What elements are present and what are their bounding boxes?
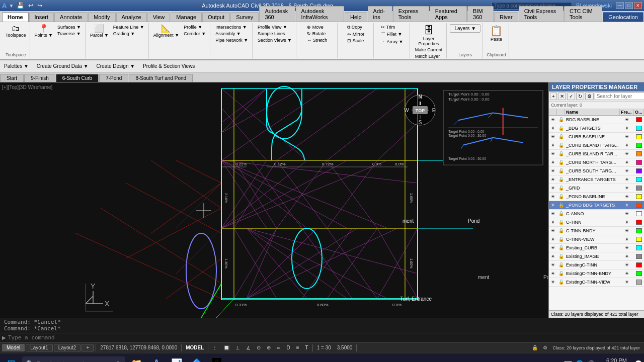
grading-btn[interactable]: Grading ▼: [111, 31, 146, 37]
model-indicator[interactable]: MODEL: [184, 344, 206, 351]
layer-color-cell[interactable]: [634, 168, 644, 174]
taskbar-explorer-btn[interactable]: 📁: [127, 354, 145, 363]
layer-freeze[interactable]: ☀: [620, 219, 634, 225]
layer-properties-btn[interactable]: 🗄 Layer Properties: [417, 24, 441, 47]
layer-lock-icon[interactable]: 🔓: [557, 125, 565, 131]
tab-autodesk360[interactable]: Autodesk 360: [259, 6, 295, 22]
layer-row[interactable]: ☀ 🔓 _ENTRANCE TARGETS ☀: [549, 175, 644, 184]
tray-sound-icon[interactable]: 🔊: [587, 360, 594, 362]
layer-lock-icon[interactable]: 🔓: [557, 279, 565, 285]
layer-vis-icon[interactable]: ☀: [549, 125, 557, 131]
layer-color-cell[interactable]: [634, 262, 644, 268]
tp-btn[interactable]: T: [303, 344, 310, 351]
create-design-btn[interactable]: Create Design ▼: [95, 63, 137, 69]
layer-row[interactable]: ☀ 🔓 ExistingC-TINN-VIEW ☀: [549, 278, 644, 287]
grid-btn[interactable]: ⋮: [210, 344, 219, 351]
layer-freeze[interactable]: ☀: [620, 117, 634, 123]
layer-row[interactable]: ☀ 🔓 C-TINN-BNDY ☀: [549, 227, 644, 235]
create-ground-data-btn[interactable]: Create Ground Data ▼: [35, 63, 91, 69]
doc-tab-pond[interactable]: 7-Pond: [99, 74, 128, 82]
layer-row[interactable]: ☀ 🔓 C-TINN-VIEW ☀: [549, 235, 644, 244]
layer-freeze[interactable]: ☀: [620, 245, 634, 251]
layer-color-cell[interactable]: [634, 159, 644, 166]
layer-vis-icon[interactable]: ☀: [549, 142, 557, 148]
layer-row[interactable]: ☀ 🔓 Existing_CURB ☀: [549, 244, 644, 252]
layer-vis-icon[interactable]: ☀: [549, 253, 557, 259]
layer-vis-icon[interactable]: ☀: [549, 228, 557, 234]
corridor-btn[interactable]: Corridor ▼: [182, 31, 208, 37]
layer-freeze[interactable]: ☀: [620, 262, 634, 268]
layer-color-cell[interactable]: [634, 142, 644, 149]
doc-tab-finish[interactable]: 9-Finish: [24, 74, 55, 82]
tab-survey[interactable]: Survey: [230, 12, 259, 22]
match-layer-btn[interactable]: Match Layer: [413, 53, 445, 59]
lwt-btn[interactable]: ≡: [294, 344, 301, 351]
layer-vis-icon[interactable]: ☀: [549, 279, 557, 285]
profile-btn[interactable]: Profile ▼: [182, 24, 208, 30]
layer-row[interactable]: ☀ 🔓 C-ANNO ☀: [549, 210, 644, 218]
tray-keyboard-icon[interactable]: ⌨: [564, 360, 572, 362]
layer-vis-icon[interactable]: ☀: [549, 211, 557, 217]
layer-row[interactable]: ☀ 🔓 _CURB BASELINE ☀: [549, 133, 644, 141]
layer-freeze[interactable]: ☀: [620, 134, 634, 140]
layer-row[interactable]: ☀ 🔓 Existing_IMAGE ☀: [549, 252, 644, 261]
layer-freeze[interactable]: ☀: [620, 279, 634, 285]
layer-lock-icon[interactable]: 🔓: [557, 211, 565, 217]
layer-vis-icon[interactable]: ☀: [549, 262, 557, 268]
layer-freeze[interactable]: ☀: [620, 270, 634, 277]
layer-freeze[interactable]: ☀: [620, 151, 634, 157]
taskbar-search[interactable]: [37, 360, 112, 363]
status-settings-icon[interactable]: ⚙: [541, 344, 549, 351]
layer-color-cell[interactable]: [634, 253, 644, 260]
command-input[interactable]: [8, 334, 642, 341]
layout-tab-layout2[interactable]: Layout2: [54, 344, 81, 351]
doc-tab-start[interactable]: Start: [0, 74, 24, 82]
layer-lock-icon[interactable]: 🔓: [557, 185, 565, 191]
lp-refresh-btn[interactable]: ↻: [576, 93, 584, 100]
tab-river[interactable]: River: [494, 12, 518, 22]
maximize-btn[interactable]: □: [625, 2, 633, 9]
layer-vis-icon[interactable]: ☀: [549, 117, 557, 123]
layer-vis-icon[interactable]: ☀: [549, 151, 557, 157]
array-btn[interactable]: ⋮ Array ▼: [379, 39, 405, 45]
tab-manage[interactable]: Manage: [171, 12, 202, 22]
layers-dropdown[interactable]: Layers ▼: [450, 24, 480, 33]
taskbar-powerpoint-btn[interactable]: 📊: [168, 354, 186, 363]
taskbar-app1-btn[interactable]: 🔷: [188, 354, 206, 363]
tab-help[interactable]: Help: [345, 12, 367, 22]
layer-vis-icon[interactable]: ☀: [549, 245, 557, 251]
layer-color-cell[interactable]: [634, 270, 644, 277]
layer-vis-icon[interactable]: ☀: [549, 134, 557, 140]
tab-bim360[interactable]: BIM 360: [467, 6, 494, 22]
layer-lock-icon[interactable]: 🔓: [557, 236, 565, 242]
layer-row[interactable]: ☀ 🔓 _GRID ☀: [549, 184, 644, 193]
layer-row[interactable]: ☀ 🔓 BDG BASELINE ☀: [549, 116, 644, 124]
layer-freeze[interactable]: ☀: [620, 185, 634, 191]
layer-color-cell[interactable]: [634, 279, 644, 286]
layer-lock-icon[interactable]: 🔓: [557, 176, 565, 183]
layer-lock-icon[interactable]: 🔓: [557, 262, 565, 268]
lp-new-layer-btn[interactable]: +: [550, 93, 557, 100]
layer-color-cell[interactable]: [634, 125, 644, 132]
quick-access-redo[interactable]: ↪: [36, 2, 43, 9]
layer-row[interactable]: ☀ 🔓 _BDG TARGETS ☀: [549, 124, 644, 133]
layer-color-cell[interactable]: [634, 202, 644, 209]
layer-lock-icon[interactable]: 🔓: [557, 270, 565, 277]
taskbar-autocad-btn[interactable]: A: [147, 354, 166, 363]
lp-current-btn[interactable]: ✓: [567, 93, 575, 100]
layer-row[interactable]: ☀ 🔓 _CURB SOUTH TARGETS ☀: [549, 167, 644, 175]
layer-lock-icon[interactable]: 🔓: [557, 228, 565, 234]
paste-btn[interactable]: 📋 Paste: [489, 24, 504, 42]
section-views-btn[interactable]: Section Views ▼: [256, 37, 294, 43]
layer-row[interactable]: ☀ 🔓 _POND BDG TARGETS ☀: [549, 201, 644, 210]
tab-annotate[interactable]: Annotate: [54, 12, 88, 22]
layer-vis-icon[interactable]: ☀: [549, 270, 557, 277]
layer-freeze[interactable]: ☀: [620, 168, 634, 174]
doc-tab-south-turf[interactable]: 8-South Turf and Pond: [129, 74, 193, 82]
layer-color-cell[interactable]: [634, 228, 644, 234]
lp-settings-btn[interactable]: ⚙: [585, 93, 594, 100]
layer-color-cell[interactable]: [634, 219, 644, 226]
zoom-display[interactable]: 3.5000: [335, 344, 355, 351]
layer-row[interactable]: ☀ 🔓 _CURB NORTH TARGETS ☀: [549, 158, 644, 167]
tab-civil-express[interactable]: Civil Express Tools: [519, 6, 564, 22]
